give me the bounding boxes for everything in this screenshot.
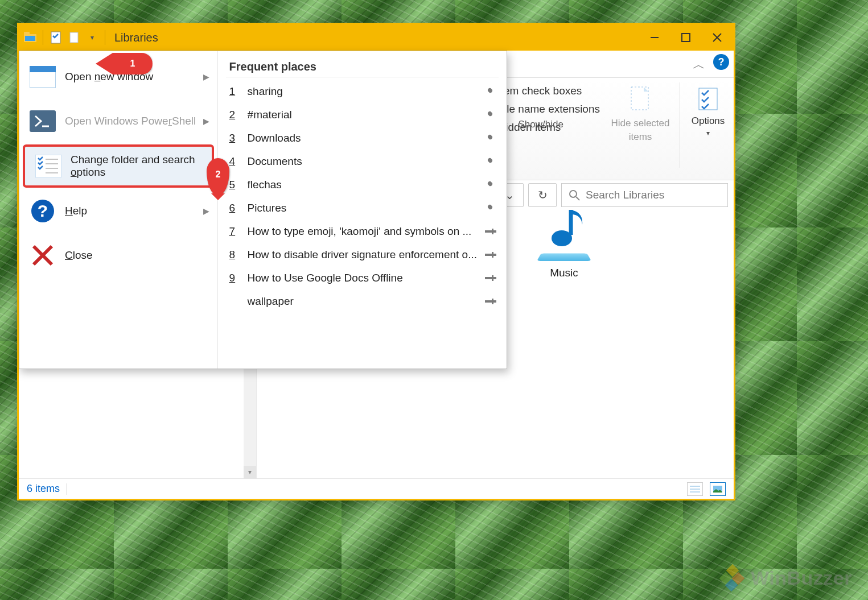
file-menu-right: Frequent places 1sharing2#material3Downl…	[217, 51, 507, 369]
properties-icon[interactable]	[48, 30, 64, 45]
svg-rect-72	[492, 299, 493, 304]
frequent-place-label: How to type emoji, 'kaomoji' and symbols…	[248, 225, 477, 238]
frequent-place-item[interactable]: 4Documents	[226, 150, 499, 173]
item-count: 6 items	[27, 483, 60, 495]
refresh-button[interactable]: ↻	[528, 183, 557, 207]
page-icon	[628, 85, 653, 115]
minimize-button[interactable]	[639, 25, 670, 50]
details-view-button[interactable]	[687, 482, 703, 496]
svg-rect-73	[493, 300, 496, 303]
pin-outline-icon[interactable]	[485, 297, 499, 305]
frequent-place-label: #material	[248, 109, 477, 121]
qat-dropdown-icon[interactable]: ▾	[84, 30, 100, 45]
frequent-place-item[interactable]: 7How to type emoji, 'kaomoji' and symbol…	[226, 220, 499, 243]
frequent-place-item[interactable]: 6Pictures	[226, 196, 499, 220]
svg-rect-53	[35, 155, 61, 177]
menu-close[interactable]: Close	[19, 233, 217, 278]
svg-point-41	[552, 230, 572, 246]
maximize-button[interactable]	[670, 25, 701, 50]
status-bar: 6 items	[19, 478, 734, 499]
frequent-place-item[interactable]: 3Downloads	[226, 126, 499, 150]
svg-rect-50	[30, 66, 56, 72]
frequent-places-title: Frequent places	[226, 57, 499, 77]
frequent-place-item[interactable]: 9How to Use Google Docs Offline	[226, 266, 499, 289]
watermark: WinBuzzer	[719, 566, 852, 590]
svg-rect-71	[485, 300, 492, 303]
frequent-place-number: 9	[229, 272, 240, 284]
powershell-icon	[30, 108, 56, 134]
pin-icon[interactable]	[485, 180, 499, 190]
hide-selected-button[interactable]: Hide selected items	[603, 82, 677, 143]
pin-outline-icon[interactable]	[485, 274, 499, 282]
frequent-place-number: 6	[229, 202, 240, 214]
svg-rect-65	[485, 254, 492, 256]
frequent-place-item[interactable]: 2#material	[226, 103, 499, 126]
help-button[interactable]: ?	[713, 54, 729, 70]
frequent-place-item[interactable]: wallpaper	[226, 289, 499, 313]
menu-open-powershell[interactable]: Open Windows PowerShell ▶	[19, 99, 217, 143]
watermark-logo-icon	[719, 566, 746, 590]
frequent-place-item[interactable]: 1sharing	[226, 80, 499, 103]
file-menu: Open new window ▶ Open Windows PowerShel…	[19, 51, 507, 369]
frequent-place-number: 8	[229, 249, 240, 261]
close-button[interactable]	[701, 25, 733, 50]
frequent-place-label: Documents	[248, 155, 477, 168]
frequent-place-label: How to Use Google Docs Offline	[248, 272, 477, 284]
chevron-down-icon: ▾	[706, 129, 710, 137]
frequent-place-item[interactable]: 5flechas	[226, 173, 499, 196]
svg-point-11	[570, 191, 577, 197]
svg-rect-2	[25, 36, 35, 41]
pin-icon[interactable]	[485, 156, 499, 167]
pin-icon[interactable]	[485, 203, 499, 213]
new-folder-icon[interactable]	[66, 30, 82, 45]
options-icon	[697, 85, 719, 113]
quick-access-toolbar: ▾	[20, 30, 110, 45]
explorer-window: ▾ Libraries File ︿ ? Item check boxes Fi…	[17, 23, 735, 500]
close-icon	[30, 242, 56, 268]
pin-outline-icon[interactable]	[485, 251, 499, 259]
menu-help[interactable]: ? Help ▶	[19, 189, 217, 233]
chevron-right-icon: ▶	[203, 206, 209, 216]
pin-icon[interactable]	[485, 86, 499, 97]
chevron-right-icon: ▶	[203, 72, 209, 81]
svg-rect-62	[485, 230, 492, 233]
frequent-place-number: 5	[229, 179, 240, 191]
svg-rect-69	[492, 275, 493, 281]
frequent-place-number: 2	[229, 109, 240, 121]
help-icon: ?	[30, 198, 56, 224]
svg-rect-67	[493, 254, 496, 256]
pin-icon[interactable]	[485, 110, 499, 120]
thumbnails-view-button[interactable]	[710, 482, 726, 496]
scroll-down-icon[interactable]: ▾	[244, 466, 256, 478]
pin-icon[interactable]	[485, 133, 499, 143]
options-list-icon	[35, 153, 61, 179]
frequent-place-item[interactable]: 8How to disable driver signature enforce…	[226, 243, 499, 266]
file-item[interactable]: Music	[519, 221, 610, 279]
frequent-place-label: sharing	[248, 85, 477, 98]
frequent-place-number: 4	[229, 155, 240, 168]
ribbon-group-label: Show/hide	[518, 119, 563, 130]
separator	[105, 30, 105, 45]
window-title: Libraries	[114, 31, 158, 44]
frequent-place-label: Downloads	[248, 132, 477, 144]
file-menu-left: Open new window ▶ Open Windows PowerShel…	[19, 51, 217, 369]
options-button[interactable]: Options ▾	[682, 82, 734, 137]
svg-rect-51	[30, 110, 56, 132]
frequent-place-number: 3	[229, 132, 240, 144]
file-label: Music	[550, 267, 578, 279]
pin-outline-icon[interactable]	[485, 227, 499, 235]
svg-line-12	[576, 197, 579, 200]
svg-rect-68	[485, 277, 492, 279]
search-input[interactable]	[586, 189, 721, 201]
menu-change-folder-options[interactable]: Change folder and search options	[23, 144, 214, 188]
separator	[43, 30, 43, 45]
search-box[interactable]	[561, 183, 728, 207]
titlebar: ▾ Libraries	[19, 24, 734, 51]
chevron-right-icon: ▶	[203, 117, 209, 126]
frequent-place-label: How to disable driver signature enforcem…	[248, 249, 477, 261]
collapse-ribbon-icon[interactable]: ︿	[693, 56, 705, 73]
frequent-place-label: flechas	[248, 179, 477, 191]
svg-rect-63	[492, 229, 493, 234]
svg-rect-70	[493, 277, 496, 279]
frequent-place-number: 1	[229, 85, 240, 98]
